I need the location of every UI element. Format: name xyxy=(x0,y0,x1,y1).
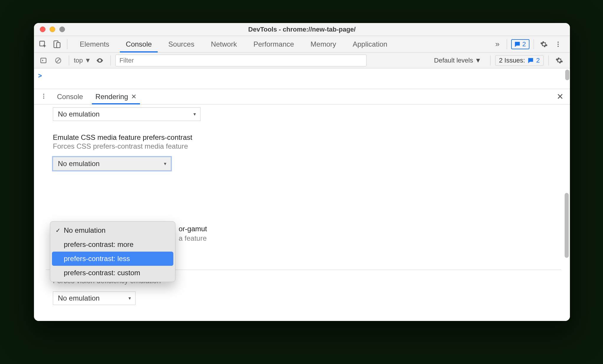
option-label: prefers-contrast: custom xyxy=(64,269,140,277)
option-no-emulation[interactable]: ✓ No emulation xyxy=(52,223,173,237)
clear-console-button[interactable] xyxy=(52,55,64,66)
check-icon: ✓ xyxy=(56,227,61,234)
section-heading: Emulate CSS media feature prefers-contra… xyxy=(53,133,558,142)
svg-rect-2 xyxy=(57,42,60,48)
svg-line-8 xyxy=(56,59,60,62)
console-settings-button[interactable] xyxy=(553,55,565,66)
tab-label: Application xyxy=(353,40,387,48)
gear-icon xyxy=(540,40,548,48)
section-prefers-contrast: Emulate CSS media feature prefers-contra… xyxy=(53,133,558,170)
divider xyxy=(548,55,549,65)
select-value: No emulation xyxy=(58,110,100,118)
rendering-panel: No emulation ▼ Emulate CSS media feature… xyxy=(34,104,570,321)
tab-application[interactable]: Application xyxy=(344,36,395,52)
levels-label: Default levels xyxy=(434,57,473,64)
close-tab-icon[interactable]: ✕ xyxy=(131,93,136,101)
option-contrast-custom[interactable]: prefers-contrast: custom xyxy=(52,266,173,280)
console-toolbar: top ▼ Default levels ▼ 2 Issues: 2 xyxy=(34,53,570,68)
scrollbar-thumb[interactable] xyxy=(565,70,569,80)
drawer-tabstrip: Console Rendering ✕ ✕ xyxy=(34,89,570,104)
chevron-down-icon: ▼ xyxy=(193,112,197,117)
sidebar-icon xyxy=(40,57,47,64)
chevron-down-icon: ▼ xyxy=(85,57,91,64)
titlebar: DevTools - chrome://new-tab-page/ xyxy=(34,23,570,36)
log-levels-selector[interactable]: Default levels ▼ xyxy=(430,57,485,64)
main-tabs: Elements Console Sources Network Perform… xyxy=(71,36,396,52)
tab-label: Console xyxy=(126,40,152,48)
window-title: DevTools - chrome://new-tab-page/ xyxy=(34,26,570,33)
tab-label: Performance xyxy=(253,40,294,48)
svg-point-11 xyxy=(43,96,44,97)
drawer-tab-rendering[interactable]: Rendering ✕ xyxy=(90,89,142,104)
divider xyxy=(67,39,67,49)
top-select[interactable]: No emulation ▼ xyxy=(53,107,201,121)
tab-memory[interactable]: Memory xyxy=(302,36,345,52)
drawer-menu-button[interactable] xyxy=(38,93,50,100)
tab-performance[interactable]: Performance xyxy=(245,36,302,52)
svg-point-9 xyxy=(99,60,100,61)
svg-point-5 xyxy=(558,46,559,47)
svg-point-3 xyxy=(558,42,559,43)
drawer-tab-label: Console xyxy=(57,93,83,101)
minimize-window-button[interactable] xyxy=(50,27,55,32)
chevron-down-icon: ▼ xyxy=(128,296,132,301)
chevron-down-icon: ▼ xyxy=(475,57,481,64)
hidden-heading-fragment: or-gamut xyxy=(179,225,207,233)
svg-point-4 xyxy=(558,44,559,45)
tab-console[interactable]: Console xyxy=(118,36,160,52)
option-label: No emulation xyxy=(64,226,105,235)
tab-sources[interactable]: Sources xyxy=(160,36,203,52)
tab-network[interactable]: Network xyxy=(203,36,245,52)
svg-point-12 xyxy=(43,98,44,99)
option-label: prefers-contrast: more xyxy=(64,240,133,249)
scrollbar-thumb[interactable] xyxy=(565,193,569,258)
divider xyxy=(69,55,69,65)
option-contrast-less[interactable]: prefers-contrast: less xyxy=(52,252,173,266)
drawer-tab-label: Rendering xyxy=(95,93,128,101)
settings-button[interactable] xyxy=(538,38,550,50)
close-drawer-button[interactable]: ✕ xyxy=(554,92,566,101)
prompt-caret: > xyxy=(38,72,42,80)
vision-deficiency-select[interactable]: No emulation ▼ xyxy=(53,291,136,305)
divider xyxy=(490,55,490,65)
window-controls xyxy=(34,27,65,32)
chevron-down-icon: ▼ xyxy=(163,161,167,166)
live-expression-button[interactable] xyxy=(94,55,106,66)
message-count: 2 xyxy=(522,40,526,48)
select-value: No emulation xyxy=(58,160,100,168)
tab-elements[interactable]: Elements xyxy=(71,36,118,52)
clear-icon xyxy=(55,57,62,64)
close-window-button[interactable] xyxy=(40,27,45,32)
tab-label: Sources xyxy=(168,40,194,48)
prefers-contrast-dropdown: ✓ No emulation prefers-contrast: more pr… xyxy=(50,221,175,282)
more-tabs-button[interactable]: » xyxy=(492,40,502,49)
divider xyxy=(507,39,507,49)
divider xyxy=(110,55,111,65)
zoom-window-button[interactable] xyxy=(59,27,65,32)
hidden-sub-fragment: a feature xyxy=(179,234,207,242)
gear-icon xyxy=(555,57,563,64)
issues-label: 2 Issues: xyxy=(499,57,525,64)
issues-button[interactable]: 2 Issues: 2 xyxy=(495,55,544,66)
filter-input[interactable] xyxy=(115,55,366,66)
context-label: top xyxy=(74,57,83,64)
main-tabstrip: Elements Console Sources Network Perform… xyxy=(34,36,570,53)
show-console-sidebar-button[interactable] xyxy=(38,55,49,66)
option-contrast-more[interactable]: prefers-contrast: more xyxy=(52,237,173,252)
section-subheading: Forces CSS prefers-contrast media featur… xyxy=(53,142,558,150)
device-toolbar-icon[interactable] xyxy=(51,38,63,50)
eye-icon xyxy=(96,57,104,64)
kebab-icon xyxy=(555,41,562,48)
prefers-contrast-select[interactable]: No emulation ▼ xyxy=(53,157,171,170)
main-menu-button[interactable] xyxy=(552,38,564,50)
tab-label: Memory xyxy=(311,40,336,48)
console-body[interactable]: > xyxy=(34,68,570,89)
drawer-tab-console[interactable]: Console xyxy=(52,89,88,104)
context-selector[interactable]: top ▼ xyxy=(74,57,91,64)
tab-label: Network xyxy=(211,40,237,48)
kebab-icon xyxy=(40,93,47,99)
inspect-element-icon[interactable] xyxy=(37,38,49,50)
divider xyxy=(534,39,534,49)
svg-point-10 xyxy=(43,94,44,95)
open-console-messages[interactable]: 2 xyxy=(511,39,529,49)
